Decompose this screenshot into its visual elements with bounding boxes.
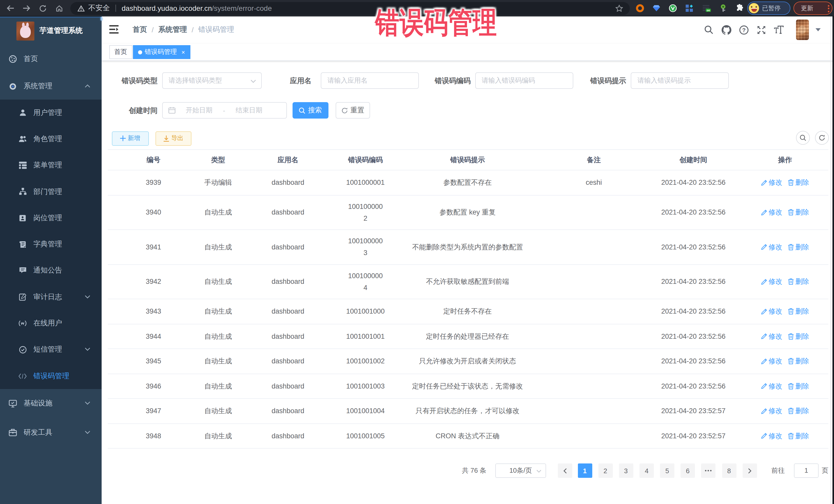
svg-text:on: on (707, 9, 710, 12)
svg-text:?: ? (742, 27, 745, 33)
